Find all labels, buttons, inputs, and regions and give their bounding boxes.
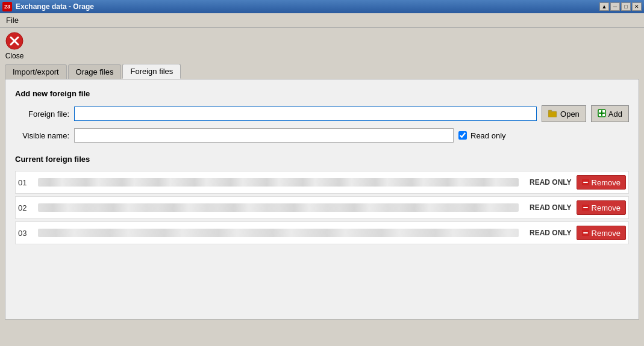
tab-import-export[interactable]: Import/export [5, 64, 67, 79]
remove-button-2[interactable]: Remove [577, 200, 626, 215]
file-num-2: 02 [18, 203, 33, 212]
file-list: 01 READ ONLY Remove 02 READ ON [15, 171, 629, 244]
tab-foreign-files[interactable]: Foreign files [122, 64, 181, 79]
file-row: 01 READ ONLY Remove [15, 171, 629, 194]
remove-button-3[interactable]: Remove [577, 226, 626, 240]
visible-name-label: Visible name: [15, 131, 69, 140]
minimize-button[interactable]: ─ [610, 2, 620, 11]
file-path-3 [38, 229, 519, 237]
remove-icon-3 [582, 229, 589, 238]
add-button[interactable]: Add [591, 105, 629, 122]
close-window-button[interactable]: ✕ [632, 2, 642, 11]
remove-icon-2 [582, 203, 589, 212]
readonly-checkbox[interactable] [458, 131, 467, 140]
tabs: Import/export Orage files Foreign files [0, 64, 644, 79]
add-section: Add new foreign file Foreign file: Open [15, 89, 629, 143]
remove-label-1: Remove [592, 178, 621, 187]
remove-label-2: Remove [592, 203, 621, 212]
file-row: 02 READ ONLY Remove [15, 196, 629, 219]
readonly-label: Read only [470, 131, 506, 140]
svg-rect-3 [548, 111, 557, 117]
foreign-file-row: Foreign file: Open [15, 105, 629, 122]
menu-bar: File [0, 13, 644, 28]
window-title: Exchange data - Orage [16, 2, 94, 11]
close-button[interactable]: Close [5, 31, 24, 60]
remove-icon-1 [582, 178, 589, 187]
svg-rect-4 [548, 110, 552, 112]
add-section-title: Add new foreign file [15, 89, 629, 98]
open-icon [548, 109, 558, 119]
close-icon [5, 31, 24, 51]
scroll-up-button[interactable]: ▲ [599, 2, 609, 11]
file-readonly-1: READ ONLY [524, 178, 572, 187]
open-button[interactable]: Open [542, 105, 586, 122]
visible-name-row: Visible name: Read only [15, 128, 629, 143]
add-icon [598, 109, 606, 119]
file-readonly-2: READ ONLY [524, 203, 572, 212]
toolbar: Close [0, 28, 644, 64]
file-row: 03 READ ONLY Remove [15, 221, 629, 244]
main-content: Add new foreign file Foreign file: Open [5, 79, 639, 320]
window-controls: ▲ ─ □ ✕ [599, 2, 642, 11]
close-label: Close [5, 52, 24, 60]
file-readonly-3: READ ONLY [524, 229, 572, 237]
foreign-file-input[interactable] [74, 107, 537, 121]
current-section-title: Current foreign files [15, 155, 629, 164]
open-label: Open [560, 110, 580, 119]
file-num: 01 [18, 178, 33, 187]
tab-orage-files[interactable]: Orage files [68, 64, 122, 79]
file-path-2 [38, 203, 519, 212]
add-label: Add [608, 110, 622, 119]
remove-button-1[interactable]: Remove [577, 175, 626, 190]
file-menu[interactable]: File [2, 14, 22, 26]
title-bar: 23 Exchange data - Orage ▲ ─ □ ✕ [0, 0, 644, 13]
file-num-3: 03 [18, 229, 33, 238]
maximize-button[interactable]: □ [621, 2, 631, 11]
title-bar-left: 23 Exchange data - Orage [2, 2, 94, 11]
current-section: Current foreign files 01 READ ONLY Remov… [15, 155, 629, 244]
readonly-checkbox-row: Read only [458, 131, 506, 140]
app-icon: 23 [2, 2, 12, 11]
foreign-file-label: Foreign file: [15, 110, 69, 119]
file-path-1 [38, 178, 519, 187]
remove-label-3: Remove [592, 229, 621, 238]
visible-name-input[interactable] [74, 128, 454, 143]
